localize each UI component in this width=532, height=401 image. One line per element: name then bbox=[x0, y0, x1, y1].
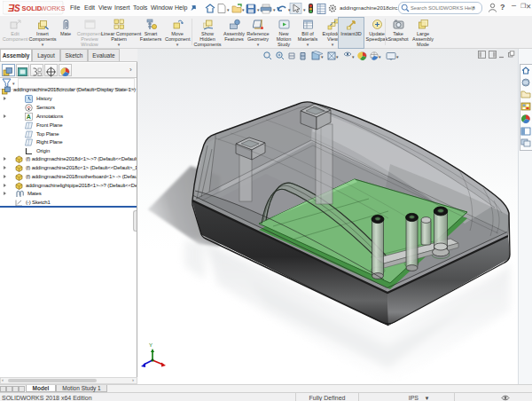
svg-text:A: A bbox=[27, 114, 31, 120]
svg-text:▾: ▾ bbox=[336, 54, 339, 59]
svg-text:WORKS: WORKS bbox=[41, 4, 66, 12]
svg-text:▾: ▾ bbox=[352, 54, 355, 59]
svg-text:Y: Y bbox=[149, 342, 153, 348]
svg-text:S: S bbox=[14, 4, 20, 13]
svg-text:▾: ▾ bbox=[321, 54, 324, 59]
svg-text:▾: ▾ bbox=[396, 54, 399, 59]
svg-text:SOLID: SOLID bbox=[22, 4, 43, 12]
svg-text:▾: ▾ bbox=[379, 54, 381, 59]
